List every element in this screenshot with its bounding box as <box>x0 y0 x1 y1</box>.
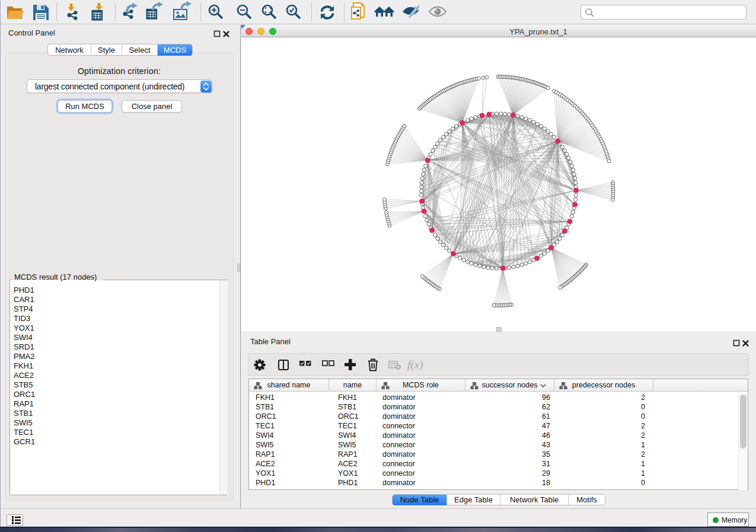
svg-text:f(x): f(x) <box>407 358 423 371</box>
